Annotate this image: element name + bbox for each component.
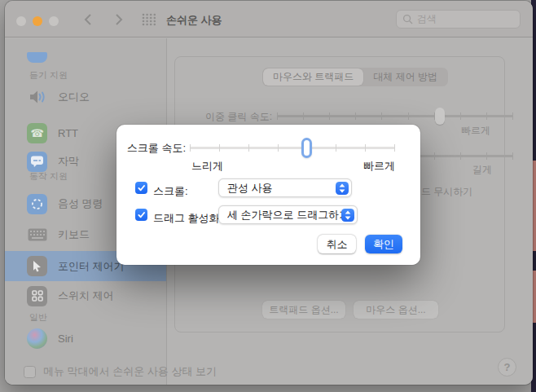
ignore-trackpad-label-fragment: 드 무시하기	[421, 185, 472, 199]
sidebar-item-switch-control[interactable]: 스위치 제어	[5, 282, 166, 310]
double-click-speed-label: 이중 클릭 속도:	[181, 110, 272, 124]
checkmark-icon	[137, 183, 146, 192]
trackpad-options-button[interactable]: 트랙패드 옵션...	[262, 301, 345, 319]
checkmark-icon	[137, 210, 146, 219]
chevron-left-icon	[83, 12, 93, 27]
show-all-grid-icon[interactable]	[142, 13, 156, 29]
scroll-mode-popup[interactable]: 관성 사용	[218, 178, 352, 197]
sidebar-item-label: Siri	[58, 333, 73, 345]
popup-chevrons-icon	[341, 209, 354, 222]
popup-chevrons-icon	[336, 182, 349, 195]
page-title: 손쉬운 사용	[166, 13, 222, 28]
sidebar-item-label: 음성 명령	[58, 196, 103, 211]
voice-control-icon	[27, 194, 47, 214]
clipped-sidebar-icon	[27, 52, 47, 63]
forward-button[interactable]	[114, 12, 124, 27]
scroll-checkbox[interactable]	[135, 182, 147, 194]
chevron-right-icon	[114, 12, 124, 27]
switch-control-icon	[27, 286, 47, 306]
tab-alternate-control[interactable]: 대체 제어 방법	[363, 68, 447, 86]
back-button[interactable]	[83, 12, 93, 27]
zoom-button[interactable]	[49, 16, 59, 26]
scroll-checkbox-label: 스크롤:	[153, 184, 188, 199]
checkbox-unchecked-icon[interactable]	[24, 366, 36, 378]
rtt-phone-icon: ☎	[27, 123, 47, 143]
search-placeholder: 검색	[417, 12, 437, 26]
sidebar-section-general: 일반	[29, 311, 47, 324]
siri-orb-icon	[27, 328, 47, 349]
scroll-speed-slider[interactable]	[190, 138, 395, 158]
minimize-button[interactable]	[33, 16, 42, 26]
captions-bubble-icon	[27, 152, 47, 172]
tab-mouse-trackpad[interactable]: 마우스와 트랙패드	[263, 68, 363, 86]
search-input[interactable]: 검색	[396, 10, 521, 29]
drag-checkbox-label: 드래그 활성화	[153, 211, 220, 226]
long-label: 길게	[451, 163, 492, 177]
drag-style-popup[interactable]: 세 손가락으로 드래그하기	[218, 205, 358, 224]
close-button[interactable]	[16, 16, 26, 26]
sidebar-item-label: 스위치 제어	[58, 288, 114, 303]
ok-button[interactable]: 확인	[365, 235, 402, 253]
slider-knob[interactable]	[301, 138, 312, 158]
cancel-button[interactable]: 취소	[318, 235, 356, 253]
desktop: 손쉬운 사용 검색 듣기 지원	[0, 0, 536, 392]
pointer-cursor-icon	[27, 256, 47, 276]
question-mark-icon: ?	[504, 361, 511, 373]
sidebar-item-audio[interactable]: 오디오	[5, 83, 166, 111]
sidebar-item-label: 오디오	[58, 90, 90, 104]
double-click-speed-slider[interactable]	[277, 108, 513, 124]
sidebar-item-label: 자막	[58, 154, 79, 169]
popup-value: 세 손가락으로 드래그하기	[227, 208, 349, 222]
help-button[interactable]: ?	[498, 358, 516, 377]
checkbox-label: 메뉴 막대에서 손쉬운 사용 상태 보기	[43, 364, 217, 379]
slow-label: 느리게	[191, 159, 223, 174]
mouse-options-button[interactable]: 마우스 옵션...	[354, 301, 438, 319]
sidebar-item-label: RTT	[58, 127, 78, 139]
sidebar-section-motor: 동작 지원	[29, 170, 68, 183]
titlebar: 손쉬운 사용 검색	[5, 1, 533, 37]
fast-label: 빠르게	[450, 124, 490, 138]
fast-label: 빠르게	[336, 159, 395, 174]
keyboard-icon	[27, 225, 47, 245]
slider-knob[interactable]	[435, 108, 445, 125]
audio-speaker-icon	[27, 87, 47, 108]
tab-bar: 마우스와 트랙패드 대체 제어 방법	[262, 68, 448, 86]
show-accessibility-status-checkbox[interactable]: 메뉴 막대에서 손쉬운 사용 상태 보기	[24, 364, 217, 379]
scroll-speed-label: 스크롤 속도:	[125, 141, 186, 156]
sidebar-item-siri[interactable]: Siri	[5, 324, 166, 352]
drag-checkbox[interactable]	[135, 209, 147, 221]
sidebar-section-hearing: 듣기 지원	[29, 69, 68, 81]
popup-value: 관성 사용	[227, 181, 273, 196]
sidebar-item-label: 포인터 제어기	[58, 259, 125, 274]
scroll-options-dialog: 스크롤 속도: 느리게 빠르게 스크롤: 관성 사용	[116, 125, 420, 265]
search-icon	[402, 14, 413, 24]
sidebar-item-label: 키보드	[58, 227, 90, 242]
